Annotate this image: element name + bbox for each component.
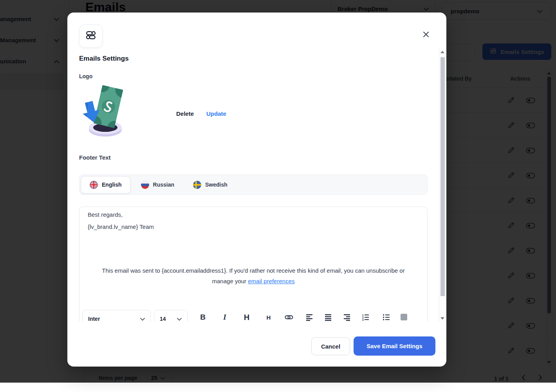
brand-logo-image — [80, 85, 124, 141]
tab-swedish[interactable]: Swedish — [185, 176, 236, 193]
language-tabs: English Russian Swedish — [79, 174, 428, 195]
heading2-icon[interactable]: H — [264, 312, 274, 322]
chevron-down-icon — [177, 316, 182, 322]
bullet-list-icon[interactable] — [381, 312, 392, 322]
russia-flag-icon — [141, 181, 149, 189]
scroll-up-arrow[interactable] — [440, 51, 444, 53]
align-right-icon[interactable] — [342, 312, 352, 322]
footer-text-label: Footer Text — [79, 154, 111, 161]
emails-settings-modal: Emails Settings Logo — [67, 13, 446, 367]
ordered-list-icon[interactable] — [361, 312, 371, 322]
heading1-icon[interactable]: H — [242, 312, 252, 322]
save-email-settings-button[interactable]: Save Email Settings — [354, 336, 435, 356]
font-size-select[interactable]: 14 — [154, 310, 188, 322]
editor-footer-line1: This email was sent to {account.emailadd… — [102, 267, 404, 274]
editor-line-1: Best regards, — [88, 211, 123, 218]
bold-icon[interactable]: B — [198, 312, 208, 322]
font-family-select[interactable]: Inter — [82, 310, 151, 322]
tab-english[interactable]: English — [81, 176, 130, 193]
logo-delete-button[interactable]: Delete — [176, 110, 194, 117]
screen: anagement Management unication Emails Br… — [0, 0, 556, 392]
editor-footer-paragraph: This email was sent to {account.emailadd… — [83, 265, 424, 286]
cancel-button[interactable]: Cancel — [311, 337, 350, 355]
chevron-down-icon — [140, 316, 145, 322]
tab-russian[interactable]: Russian — [133, 176, 182, 193]
modal-body: Emails Settings Logo — [67, 13, 446, 322]
sliders-icon — [85, 29, 97, 43]
tab-english-label: English — [102, 182, 122, 188]
scroll-down-arrow[interactable] — [440, 317, 444, 320]
font-family-value: Inter — [88, 316, 100, 322]
logo-update-button[interactable]: Update — [206, 110, 226, 117]
text-color-swatch[interactable] — [401, 314, 407, 320]
italic-icon[interactable]: I — [220, 312, 230, 322]
modal-header-iconbox — [79, 24, 103, 48]
tab-russian-label: Russian — [153, 182, 174, 188]
font-size-value: 14 — [160, 316, 166, 322]
editor-line-2: {lv_brand.lv_name} Team — [88, 223, 154, 230]
close-icon[interactable] — [420, 28, 432, 41]
link-icon[interactable] — [284, 312, 294, 322]
email-preferences-link[interactable]: email preferences — [248, 278, 294, 284]
modal-title: Emails Settings — [79, 55, 129, 63]
logo-label: Logo — [79, 73, 92, 79]
uk-flag-icon — [90, 181, 98, 189]
scrollbar-thumb[interactable] — [440, 57, 445, 296]
bottom-strip — [0, 383, 556, 392]
modal-scrollbar[interactable] — [439, 49, 446, 322]
align-justify-icon[interactable] — [323, 312, 333, 322]
editor-footer-line2-prefix: manage your — [212, 278, 248, 284]
sweden-flag-icon — [193, 181, 201, 189]
tab-swedish-label: Swedish — [205, 182, 227, 188]
align-left-icon[interactable] — [304, 312, 314, 322]
